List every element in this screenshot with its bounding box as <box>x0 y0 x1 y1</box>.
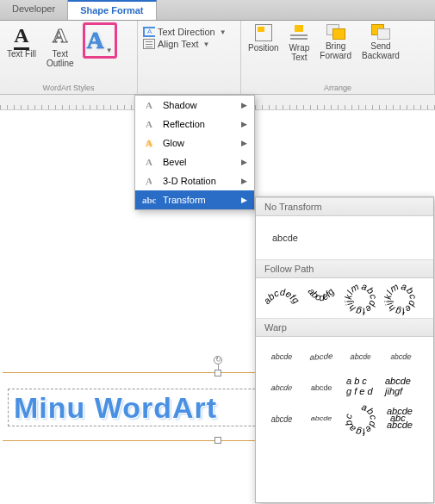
align-text-button[interactable]: Align Text▼ <box>143 38 235 50</box>
warp-8[interactable]: abcdejihgf <box>383 375 418 401</box>
menu-item-reflection[interactable]: AReflection▶ <box>135 115 254 134</box>
tab-shape-format[interactable]: Shape Format <box>68 0 156 20</box>
send-backward-button[interactable]: Send Backward <box>360 22 401 62</box>
transform-arch-down[interactable]: abcdefg <box>304 285 339 311</box>
group-text: Text Direction▼ Align Text▼ <box>138 21 241 94</box>
warp-11[interactable]: abcdefgabc <box>344 406 378 432</box>
bring-forward-icon <box>326 24 345 40</box>
ribbon-tabs: Developer Shape Format <box>0 0 435 21</box>
resize-handle-bottom[interactable] <box>214 437 221 444</box>
group-wordart-styles: A Text Fill A Text Outline A ▼ WordArt S… <box>0 21 138 94</box>
text-effects-button[interactable]: A ▼ <box>83 22 117 59</box>
svg-text:abcdefgabc: abcdefgabc <box>343 401 379 438</box>
group-label-wordart: WordArt Styles <box>5 82 132 94</box>
tab-developer[interactable]: Developer <box>0 0 68 20</box>
transform-gallery: No Transform abcde Follow Path abcdefg a… <box>255 196 434 503</box>
svg-text:abcde: abcde <box>387 420 413 430</box>
text-fill-button[interactable]: A Text Fill <box>5 22 38 60</box>
transform-none[interactable]: abcde <box>268 225 302 251</box>
wrap-text-icon <box>290 24 308 41</box>
warp-1[interactable]: abcde <box>264 344 299 370</box>
svg-text:abcdefghijklmnop: abcdefghijklmnop <box>381 277 419 317</box>
warp-10[interactable]: abcde <box>304 408 339 429</box>
wrap-text-button[interactable]: Wrap Text <box>288 22 312 64</box>
text-direction-icon <box>143 27 155 37</box>
position-button[interactable]: Position <box>246 22 281 54</box>
group-arrange: Position Wrap Text Bring Forward Send Ba… <box>241 21 435 94</box>
transform-button[interactable]: abcdefghijklmnop <box>383 285 418 311</box>
svg-text:abcdefg: abcdefg <box>261 287 301 306</box>
warp-2[interactable]: abcde <box>302 343 340 371</box>
text-fill-icon: A <box>14 24 28 47</box>
send-backward-icon <box>371 24 390 40</box>
section-follow-path: Follow Path <box>256 259 433 278</box>
svg-text:abcde: abcde <box>385 376 411 386</box>
section-warp: Warp <box>256 318 433 337</box>
warp-4[interactable]: abcde <box>385 343 419 370</box>
text-outline-button[interactable]: A Text Outline <box>45 22 76 70</box>
warp-6[interactable]: abcde <box>302 375 340 401</box>
wordart-text[interactable]: Minu WordArt <box>9 391 217 425</box>
warp-5[interactable]: abcde <box>263 375 301 401</box>
text-outline-icon: A <box>53 24 67 47</box>
menu-item-shadow[interactable]: AShadow▶ <box>135 96 254 115</box>
resize-handle-top[interactable] <box>214 370 221 376</box>
warp-3[interactable]: abcde <box>343 343 376 370</box>
svg-text:g f e d: g f e d <box>346 386 373 396</box>
menu-item-glow[interactable]: AGlow▶ <box>135 134 254 152</box>
text-direction-button[interactable]: Text Direction▼ <box>143 26 235 38</box>
menu-item-transform[interactable]: abcTransform▶ <box>135 190 254 209</box>
bring-forward-button[interactable]: Bring Forward <box>318 22 353 62</box>
transform-circle[interactable]: abcdefghijklm <box>344 285 378 311</box>
section-no-transform: No Transform <box>256 197 433 216</box>
svg-text:abcdefghijklm: abcdefghijklm <box>343 281 379 317</box>
group-label-arrange: Arrange <box>246 82 429 94</box>
dropdown-caret-icon: ▼ <box>106 47 113 54</box>
text-effects-menu: AShadow▶ AReflection▶ AGlow▶ ABevel▶ A3-… <box>134 95 255 210</box>
svg-text:a b c: a b c <box>346 376 367 386</box>
text-effects-icon: A <box>87 27 104 54</box>
warp-7[interactable]: a b cg f e d <box>344 375 378 401</box>
position-icon <box>255 24 272 41</box>
rotation-handle[interactable] <box>214 356 222 364</box>
warp-9[interactable]: abcde <box>264 402 299 436</box>
ribbon: A Text Fill A Text Outline A ▼ WordArt S… <box>0 21 435 95</box>
menu-item-bevel[interactable]: ABevel▶ <box>135 152 254 171</box>
svg-text:abcdefg: abcdefg <box>306 286 336 302</box>
svg-text:jihgf: jihgf <box>383 386 403 396</box>
menu-item-3d-rotation[interactable]: A3-D Rotation▶ <box>135 171 254 190</box>
transform-arch-up[interactable]: abcdefg <box>264 285 299 311</box>
align-text-icon <box>143 39 155 49</box>
warp-12[interactable]: abcdeabcabcde <box>383 406 418 432</box>
